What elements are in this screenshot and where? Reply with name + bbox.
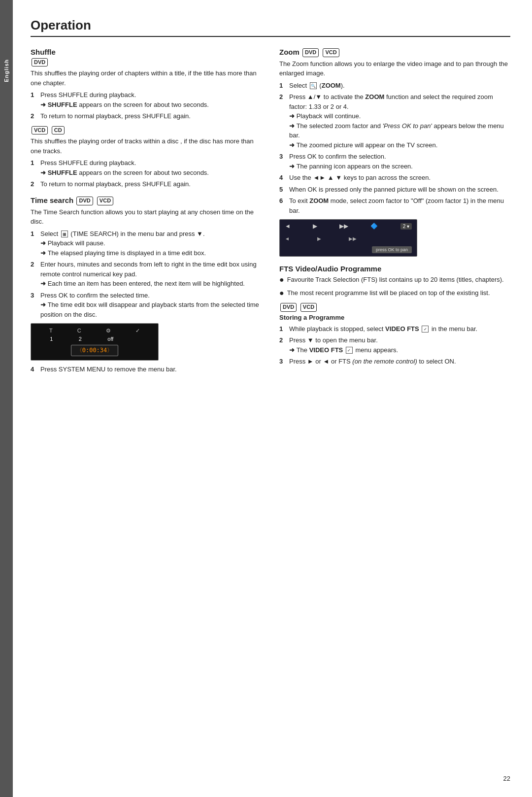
zoom-select-icon: 🔍 (310, 82, 317, 89)
zoom-screen-prev: ◄ (285, 223, 291, 230)
step-content: Select ▦ (TIME SEARCH) in the menu bar a… (40, 229, 262, 258)
step-num: 2 (31, 111, 37, 121)
step-num: 1 (31, 90, 37, 109)
arrow-indicator (40, 169, 48, 176)
time-search-section: Time search DVD VCD The Time Search func… (31, 196, 262, 374)
zoom-screen: ◄ ▶ ▶▶ 🔷 2 ▾ ◄ ▶ ▶▶ (279, 219, 510, 257)
storing-step-3: 3 Press ► or ◄ or FTS (on the remote con… (279, 357, 510, 366)
bullet-icon: ● (279, 287, 284, 299)
zoom-sub-2: The selected zoom factor and 'Press OK t… (289, 122, 504, 139)
zoom-step-1: 1 Select 🔍 (ZOOM). (279, 81, 510, 91)
sidebar-tab: English (0, 0, 13, 797)
arrow-4 (40, 301, 48, 308)
zoom-step-5: 5 When OK is pressed only the panned pic… (279, 185, 510, 195)
shuffle-dvd-step-1: 1 Press SHUFFLE during playback. SHUFFLE… (31, 90, 262, 109)
step-num: 3 (279, 357, 286, 366)
step-num: 2 (31, 179, 37, 189)
step-num: 3 (31, 291, 37, 320)
shuffle-dvd-badge-row: DVD (31, 58, 262, 66)
page-number: 22 (503, 775, 510, 782)
zoom-screen-press-ok: press OK to pan (372, 246, 412, 253)
time-search-intro: The Time Search function allows you to s… (31, 207, 262, 227)
screen-col-T: T (49, 328, 53, 334)
shuffle-vcd-step-1: 1 Press SHUFFLE during playback. SHUFFLE… (31, 158, 262, 177)
step-content: Use the ◄► ▲ ▼ keys to pan across the sc… (289, 173, 510, 183)
page-title: Operation (31, 18, 510, 37)
step-content: When OK is pressed only the panned pictu… (289, 185, 510, 195)
arrow-indicator (40, 101, 48, 108)
zoom-step-4: 4 Use the ◄► ▲ ▼ keys to pan across the … (279, 173, 510, 183)
time-search-screen: T C ⚙ ✓ 1 2 off (31, 323, 262, 361)
shuffle-dvd-badge: DVD (32, 58, 48, 66)
arrow-z4 (289, 163, 297, 170)
step-num: 1 (31, 229, 37, 258)
arrow-f1 (289, 346, 297, 354)
zoom-sub-3: The zoomed picture will appear on the TV… (297, 141, 438, 149)
step-content: Press ▲/▼ to activate the ZOOM function … (289, 92, 510, 150)
zoom-step-3: 3 Press OK to confirm the selection. The… (279, 152, 510, 171)
step-num: 1 (279, 324, 286, 334)
step-num: 4 (279, 173, 286, 183)
arrow-2 (40, 249, 48, 257)
time-search-icon: ▦ (61, 231, 68, 237)
storing-title: Storing a Programme (279, 314, 510, 321)
step-content: While playback is stopped, select VIDEO … (289, 324, 510, 334)
screen-timecode: 〈0:00:34〉 (71, 345, 119, 356)
storing-steps: 1 While playback is stopped, select VIDE… (279, 324, 510, 366)
time-search-step-3: 3 Press OK to confirm the selected time.… (31, 291, 262, 320)
fts-sub-1: The VIDEO FTS ✓ menu appears. (297, 346, 399, 354)
shuffle-cd-badge: CD (52, 126, 65, 134)
time-search-vcd-badge: VCD (97, 197, 113, 205)
step-content: Press ▼ to open the menu bar. The VIDEO … (289, 335, 510, 355)
time-search-step-1: 1 Select ▦ (TIME SEARCH) in the menu bar… (31, 229, 262, 258)
step-content: To exit ZOOM mode, select zoom factor to… (289, 196, 510, 215)
bullet-icon: ● (279, 274, 284, 286)
bullet-text: The most recent programme list will be p… (287, 288, 510, 299)
fts-icon-2: ✓ (346, 347, 353, 354)
step-num: 3 (279, 152, 286, 171)
step-content: Press OK to confirm the selected time. T… (40, 291, 262, 320)
arrow-1 (40, 239, 48, 247)
arrow-3 (40, 280, 48, 287)
step-sub-3: Each time an item has been entered, the … (48, 280, 245, 287)
time-search-step4-list: 4 Press SYSTEM MENU to remove the menu b… (31, 365, 262, 374)
step-content: Select 🔍 (ZOOM). (289, 81, 510, 91)
shuffle-vcd-step-2: 2 To return to normal playback, press SH… (31, 179, 262, 189)
right-column: Zoom DVD VCD The Zoom function allows yo… (279, 48, 510, 378)
time-search-step-2: 2 Enter hours, minutes and seconds from … (31, 260, 262, 289)
zoom-screen-ff: ▶▶ (339, 223, 348, 230)
zoom-screen-icon1: 🔷 (370, 223, 378, 230)
page-wrapper: English Operation Shuffle DVD This shuff… (0, 0, 532, 797)
step-num: 5 (279, 185, 286, 195)
shuffle-dvd-intro: This shuffles the playing order of chapt… (31, 68, 262, 88)
step-sub-4: The time edit box will disappear and pla… (40, 301, 259, 318)
shuffle-section: Shuffle DVD This shuffles the playing or… (31, 48, 262, 189)
fts-dvd-badge: DVD (280, 303, 297, 311)
storing-step-1: 1 While playback is stopped, select VIDE… (279, 324, 510, 334)
fts-bullet-1: ● Favourite Track Selection (FTS) list c… (279, 275, 510, 286)
shuffle-vcd-steps: 1 Press SHUFFLE during playback. SHUFFLE… (31, 158, 262, 189)
screen-col-gear: ⚙ (106, 328, 111, 334)
zoom-screen-play: ▶ (313, 223, 317, 230)
zoom-title: Zoom DVD VCD (279, 48, 510, 57)
step-content: To return to normal playback, press SHUF… (40, 111, 262, 121)
step-num: 2 (279, 335, 286, 355)
main-content: Operation Shuffle DVD This shuffles the … (13, 0, 532, 797)
arrow-z3 (289, 141, 297, 149)
step-num: 1 (31, 158, 37, 177)
step-content: To return to normal playback, press SHUF… (40, 179, 262, 189)
step-num: 1 (279, 81, 286, 91)
step-content: Enter hours, minutes and seconds from le… (40, 260, 262, 289)
zoom-screen-num: 2 ▾ (400, 223, 412, 230)
zoom-screen-label3: ▶▶ (349, 236, 357, 241)
step-sub-1: Playback will pause. (48, 239, 105, 247)
bullet-text: Favourite Track Selection (FTS) list con… (287, 275, 510, 286)
step-content: Press SYSTEM MENU to remove the menu bar… (40, 365, 262, 374)
storing-step-2: 2 Press ▼ to open the menu bar. The VIDE… (279, 335, 510, 355)
step-content: Press SHUFFLE during playback. SHUFFLE a… (40, 158, 262, 177)
zoom-intro: The Zoom function allows you to enlarge … (279, 59, 510, 78)
screen-val-1: 1 (50, 336, 53, 342)
shuffle-vcd-cd-badge-row: VCD CD (31, 126, 262, 134)
time-search-step-4: 4 Press SYSTEM MENU to remove the menu b… (31, 365, 262, 374)
fts-section: FTS Video/Audio Programme ● Favourite Tr… (279, 265, 510, 366)
